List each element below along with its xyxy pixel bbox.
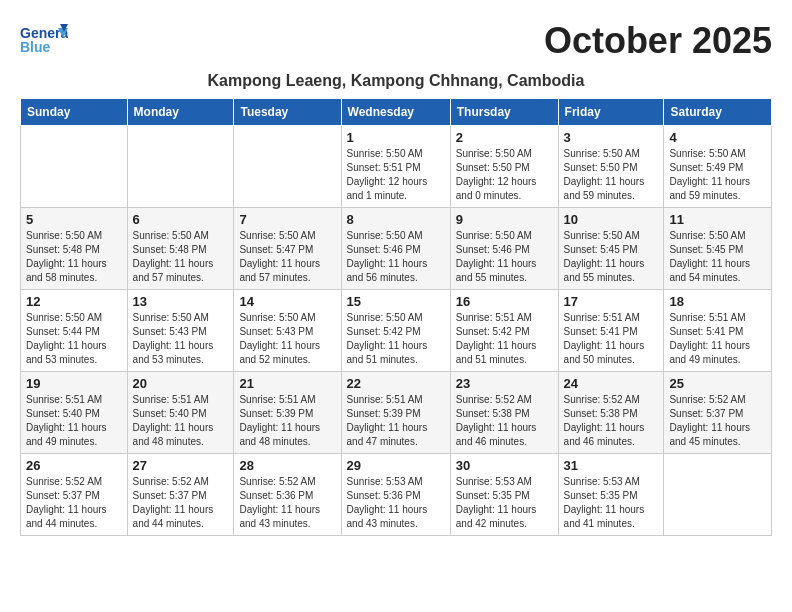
- day-number: 6: [133, 212, 229, 227]
- day-number: 23: [456, 376, 553, 391]
- calendar-cell: [127, 126, 234, 208]
- day-info: Sunrise: 5:50 AMSunset: 5:51 PMDaylight:…: [347, 147, 445, 203]
- month-title: October 2025: [544, 20, 772, 62]
- day-info: Sunrise: 5:53 AMSunset: 5:35 PMDaylight:…: [564, 475, 659, 531]
- calendar-cell: 22Sunrise: 5:51 AMSunset: 5:39 PMDayligh…: [341, 372, 450, 454]
- calendar-cell: 23Sunrise: 5:52 AMSunset: 5:38 PMDayligh…: [450, 372, 558, 454]
- day-info: Sunrise: 5:50 AMSunset: 5:49 PMDaylight:…: [669, 147, 766, 203]
- calendar-cell: 20Sunrise: 5:51 AMSunset: 5:40 PMDayligh…: [127, 372, 234, 454]
- day-number: 30: [456, 458, 553, 473]
- calendar-cell: [664, 454, 772, 536]
- day-info: Sunrise: 5:50 AMSunset: 5:50 PMDaylight:…: [456, 147, 553, 203]
- calendar-cell: 8Sunrise: 5:50 AMSunset: 5:46 PMDaylight…: [341, 208, 450, 290]
- day-info: Sunrise: 5:51 AMSunset: 5:40 PMDaylight:…: [26, 393, 122, 449]
- day-info: Sunrise: 5:50 AMSunset: 5:48 PMDaylight:…: [26, 229, 122, 285]
- day-info: Sunrise: 5:50 AMSunset: 5:48 PMDaylight:…: [133, 229, 229, 285]
- day-info: Sunrise: 5:50 AMSunset: 5:42 PMDaylight:…: [347, 311, 445, 367]
- day-info: Sunrise: 5:50 AMSunset: 5:46 PMDaylight:…: [456, 229, 553, 285]
- calendar-cell: 24Sunrise: 5:52 AMSunset: 5:38 PMDayligh…: [558, 372, 664, 454]
- calendar-cell: 31Sunrise: 5:53 AMSunset: 5:35 PMDayligh…: [558, 454, 664, 536]
- day-number: 26: [26, 458, 122, 473]
- calendar-cell: 28Sunrise: 5:52 AMSunset: 5:36 PMDayligh…: [234, 454, 341, 536]
- svg-text:Blue: Blue: [20, 39, 51, 55]
- day-info: Sunrise: 5:50 AMSunset: 5:43 PMDaylight:…: [239, 311, 335, 367]
- calendar-cell: 10Sunrise: 5:50 AMSunset: 5:45 PMDayligh…: [558, 208, 664, 290]
- title-section: October 2025: [544, 20, 772, 62]
- calendar-cell: 1Sunrise: 5:50 AMSunset: 5:51 PMDaylight…: [341, 126, 450, 208]
- day-number: 16: [456, 294, 553, 309]
- day-info: Sunrise: 5:51 AMSunset: 5:42 PMDaylight:…: [456, 311, 553, 367]
- day-number: 7: [239, 212, 335, 227]
- logo: General Blue: [20, 20, 68, 64]
- calendar-cell: 4Sunrise: 5:50 AMSunset: 5:49 PMDaylight…: [664, 126, 772, 208]
- calendar-cell: 29Sunrise: 5:53 AMSunset: 5:36 PMDayligh…: [341, 454, 450, 536]
- calendar-cell: 14Sunrise: 5:50 AMSunset: 5:43 PMDayligh…: [234, 290, 341, 372]
- day-number: 3: [564, 130, 659, 145]
- day-info: Sunrise: 5:52 AMSunset: 5:37 PMDaylight:…: [669, 393, 766, 449]
- day-number: 22: [347, 376, 445, 391]
- day-number: 10: [564, 212, 659, 227]
- day-info: Sunrise: 5:50 AMSunset: 5:44 PMDaylight:…: [26, 311, 122, 367]
- calendar-cell: 6Sunrise: 5:50 AMSunset: 5:48 PMDaylight…: [127, 208, 234, 290]
- day-info: Sunrise: 5:51 AMSunset: 5:39 PMDaylight:…: [239, 393, 335, 449]
- day-info: Sunrise: 5:50 AMSunset: 5:45 PMDaylight:…: [564, 229, 659, 285]
- day-info: Sunrise: 5:52 AMSunset: 5:38 PMDaylight:…: [456, 393, 553, 449]
- day-info: Sunrise: 5:50 AMSunset: 5:47 PMDaylight:…: [239, 229, 335, 285]
- day-number: 8: [347, 212, 445, 227]
- calendar-cell: 15Sunrise: 5:50 AMSunset: 5:42 PMDayligh…: [341, 290, 450, 372]
- calendar-cell: 25Sunrise: 5:52 AMSunset: 5:37 PMDayligh…: [664, 372, 772, 454]
- calendar-cell: 13Sunrise: 5:50 AMSunset: 5:43 PMDayligh…: [127, 290, 234, 372]
- day-number: 15: [347, 294, 445, 309]
- day-number: 18: [669, 294, 766, 309]
- day-number: 24: [564, 376, 659, 391]
- calendar-cell: 16Sunrise: 5:51 AMSunset: 5:42 PMDayligh…: [450, 290, 558, 372]
- calendar-cell: 11Sunrise: 5:50 AMSunset: 5:45 PMDayligh…: [664, 208, 772, 290]
- calendar-cell: 12Sunrise: 5:50 AMSunset: 5:44 PMDayligh…: [21, 290, 128, 372]
- day-info: Sunrise: 5:50 AMSunset: 5:45 PMDaylight:…: [669, 229, 766, 285]
- day-info: Sunrise: 5:52 AMSunset: 5:37 PMDaylight:…: [133, 475, 229, 531]
- calendar-cell: 7Sunrise: 5:50 AMSunset: 5:47 PMDaylight…: [234, 208, 341, 290]
- day-info: Sunrise: 5:52 AMSunset: 5:38 PMDaylight:…: [564, 393, 659, 449]
- weekday-header: Saturday: [664, 99, 772, 126]
- calendar-cell: 5Sunrise: 5:50 AMSunset: 5:48 PMDaylight…: [21, 208, 128, 290]
- day-number: 19: [26, 376, 122, 391]
- day-info: Sunrise: 5:50 AMSunset: 5:43 PMDaylight:…: [133, 311, 229, 367]
- day-info: Sunrise: 5:50 AMSunset: 5:50 PMDaylight:…: [564, 147, 659, 203]
- location-title: Kampong Leaeng, Kampong Chhnang, Cambodi…: [20, 72, 772, 90]
- calendar-cell: 30Sunrise: 5:53 AMSunset: 5:35 PMDayligh…: [450, 454, 558, 536]
- weekday-header: Thursday: [450, 99, 558, 126]
- weekday-header: Monday: [127, 99, 234, 126]
- weekday-header: Sunday: [21, 99, 128, 126]
- day-info: Sunrise: 5:51 AMSunset: 5:41 PMDaylight:…: [669, 311, 766, 367]
- calendar-cell: [234, 126, 341, 208]
- day-number: 29: [347, 458, 445, 473]
- calendar-cell: 2Sunrise: 5:50 AMSunset: 5:50 PMDaylight…: [450, 126, 558, 208]
- day-info: Sunrise: 5:52 AMSunset: 5:37 PMDaylight:…: [26, 475, 122, 531]
- calendar-cell: 19Sunrise: 5:51 AMSunset: 5:40 PMDayligh…: [21, 372, 128, 454]
- calendar-cell: 17Sunrise: 5:51 AMSunset: 5:41 PMDayligh…: [558, 290, 664, 372]
- calendar-cell: 26Sunrise: 5:52 AMSunset: 5:37 PMDayligh…: [21, 454, 128, 536]
- day-info: Sunrise: 5:52 AMSunset: 5:36 PMDaylight:…: [239, 475, 335, 531]
- calendar-cell: 21Sunrise: 5:51 AMSunset: 5:39 PMDayligh…: [234, 372, 341, 454]
- weekday-header: Tuesday: [234, 99, 341, 126]
- day-number: 27: [133, 458, 229, 473]
- day-number: 17: [564, 294, 659, 309]
- day-number: 31: [564, 458, 659, 473]
- day-number: 25: [669, 376, 766, 391]
- day-info: Sunrise: 5:53 AMSunset: 5:36 PMDaylight:…: [347, 475, 445, 531]
- day-info: Sunrise: 5:53 AMSunset: 5:35 PMDaylight:…: [456, 475, 553, 531]
- calendar-cell: 18Sunrise: 5:51 AMSunset: 5:41 PMDayligh…: [664, 290, 772, 372]
- day-number: 4: [669, 130, 766, 145]
- day-info: Sunrise: 5:51 AMSunset: 5:41 PMDaylight:…: [564, 311, 659, 367]
- weekday-header: Wednesday: [341, 99, 450, 126]
- day-number: 28: [239, 458, 335, 473]
- weekday-header: Friday: [558, 99, 664, 126]
- day-number: 9: [456, 212, 553, 227]
- day-number: 21: [239, 376, 335, 391]
- day-number: 13: [133, 294, 229, 309]
- day-number: 1: [347, 130, 445, 145]
- calendar: SundayMondayTuesdayWednesdayThursdayFrid…: [20, 98, 772, 536]
- day-info: Sunrise: 5:50 AMSunset: 5:46 PMDaylight:…: [347, 229, 445, 285]
- day-number: 11: [669, 212, 766, 227]
- day-number: 2: [456, 130, 553, 145]
